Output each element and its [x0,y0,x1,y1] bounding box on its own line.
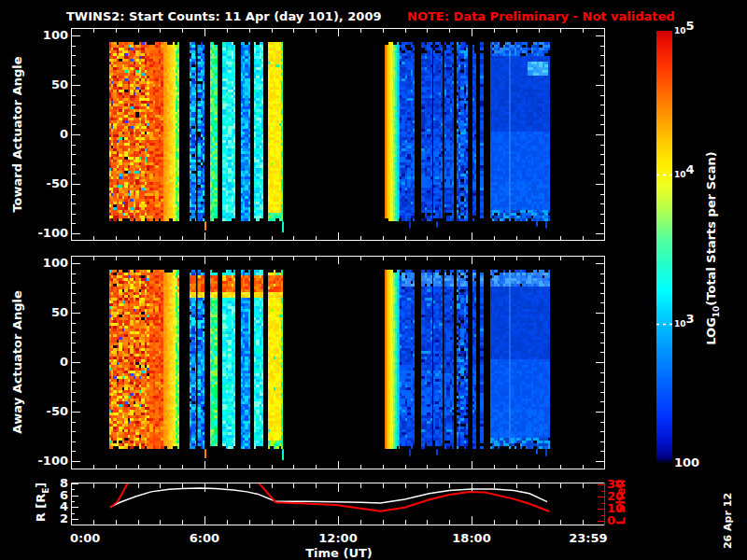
time-xtick-1800: 18:00 [452,531,490,545]
away-axis-label: Away Actuator Angle [10,290,24,433]
toward-ytick--50: -50 [26,176,68,190]
time-xtick-000: 0:00 [70,531,100,545]
away-ytick--50: -50 [26,404,68,418]
away-ytick-100: 100 [26,256,68,270]
colorbar-tick-100: 100 [674,455,699,469]
colorbar-tick-104: 104 [674,166,695,182]
toward-ytick-0: 0 [26,127,68,141]
toward-spectrogram-panel [71,28,605,241]
toward-ytick-50: 50 [26,77,68,91]
creation-timestamp: 26 Apr 12 [722,493,734,549]
time-xtick-600: 6:00 [190,531,219,545]
time-xtick-1200: 12:00 [318,531,357,545]
time-axis-label: Time (UT) [305,546,373,560]
colorbar-label-pre: LOG [704,317,718,345]
page-title: TWINS2: Start Counts: 11 Apr (day 101), … [66,9,381,23]
toward-ytick--100: -100 [26,226,68,240]
preliminary-note: NOTE: Data Preliminary - Not validated [407,9,675,23]
away-ytick--100: -100 [26,454,68,468]
twins2-plot-window: TWINS2: Start Counts: 11 Apr (day 101), … [0,0,747,560]
colorbar-tick-103: 103 [674,315,695,331]
toward-axis-label: Toward Actuator Angle [10,56,24,212]
colorbar-tick-105: 105 [674,22,695,38]
r-ytick-2: 2 [26,511,68,525]
lshell-ytick-0: 0 [607,513,615,527]
orbit-line-panel [71,483,605,525]
away-spectrogram-panel [71,256,605,469]
colorbar-label: LOG10(Total Starts per Scan) [704,151,721,344]
away-ytick-0: 0 [26,355,68,369]
colorbar-label-post: (Total Starts per Scan) [704,151,718,305]
toward-ytick-100: 100 [26,28,68,42]
colorbar-label-sub: 10 [712,306,721,318]
time-xtick-2359: 23:59 [569,531,607,545]
colorbar [656,31,672,464]
away-ytick-50: 50 [26,305,68,319]
